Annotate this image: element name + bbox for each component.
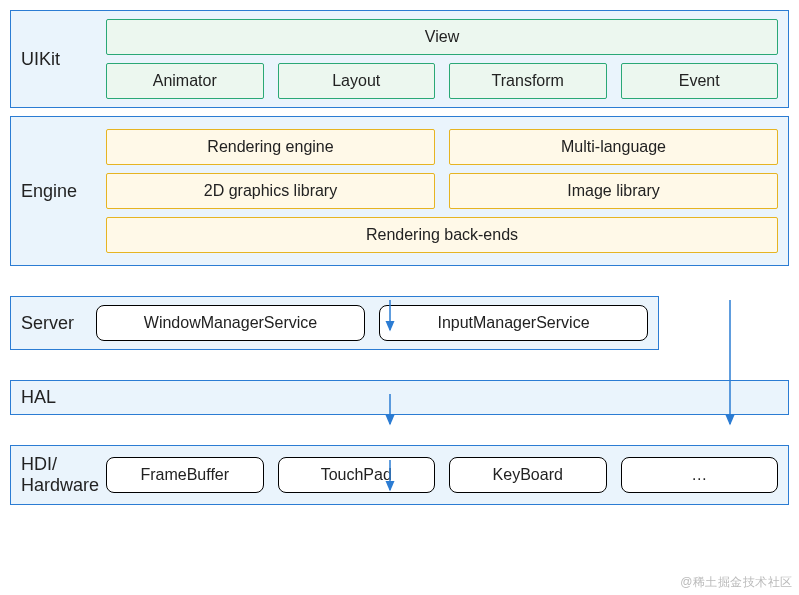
framebuffer-box: FrameBuffer xyxy=(106,457,264,493)
window-manager-box: WindowManagerService xyxy=(96,305,365,341)
spacer-1 xyxy=(10,274,789,296)
server-label: Server xyxy=(21,313,96,334)
rendering-engine-box: Rendering engine xyxy=(106,129,435,165)
rendering-backends-box: Rendering back-ends xyxy=(106,217,778,253)
watermark: @稀土掘金技术社区 xyxy=(680,574,793,591)
hdi-content: FrameBuffer TouchPad KeyBoard … xyxy=(106,457,778,493)
hal-label: HAL xyxy=(21,387,106,408)
keyboard-box: KeyBoard xyxy=(449,457,607,493)
transform-box: Transform xyxy=(449,63,607,99)
hal-layer: HAL xyxy=(10,380,789,415)
graphics2d-box: 2D graphics library xyxy=(106,173,435,209)
engine-layer: Engine Rendering engine Multi-language 2… xyxy=(10,116,789,266)
event-box: Event xyxy=(621,63,779,99)
engine-label: Engine xyxy=(21,181,106,202)
image-library-box: Image library xyxy=(449,173,778,209)
hdi-layer: HDI/ Hardware FrameBuffer TouchPad KeyBo… xyxy=(10,445,789,505)
touchpad-box: TouchPad xyxy=(278,457,436,493)
uikit-label: UIKit xyxy=(21,49,106,70)
spacer-3 xyxy=(10,423,789,445)
animator-box: Animator xyxy=(106,63,264,99)
engine-content: Rendering engine Multi-language 2D graph… xyxy=(106,129,778,253)
uikit-content: View Animator Layout Transform Event xyxy=(106,19,778,99)
input-manager-box: InputManagerService xyxy=(379,305,648,341)
more-box: … xyxy=(621,457,779,493)
view-box: View xyxy=(106,19,778,55)
multi-language-box: Multi-language xyxy=(449,129,778,165)
hdi-label: HDI/ Hardware xyxy=(21,454,106,496)
server-content: WindowManagerService InputManagerService xyxy=(96,305,648,341)
layout-box: Layout xyxy=(278,63,436,99)
spacer-2 xyxy=(10,358,789,380)
uikit-layer: UIKit View Animator Layout Transform Eve… xyxy=(10,10,789,108)
server-layer: Server WindowManagerService InputManager… xyxy=(10,296,659,350)
